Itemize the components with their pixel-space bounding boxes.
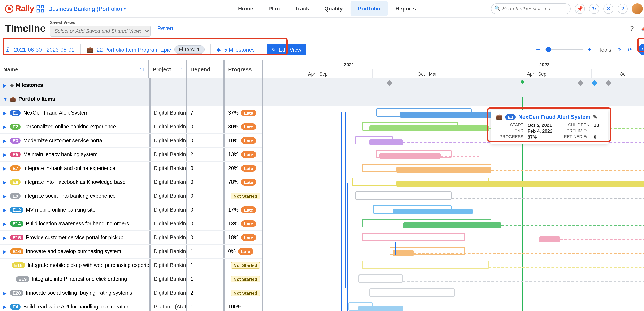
table-row[interactable]: ▶E9Integrate social into banking experie… [0,189,262,203]
nav-track[interactable]: Track [288,1,317,16]
gantt-bar-planned[interactable] [362,261,489,269]
table-row[interactable]: ▶E15Provide customer service portal for … [0,231,262,245]
caret-right-icon[interactable]: ▶ [3,111,8,115]
logo[interactable]: Rally [5,4,34,14]
caret-down-icon[interactable]: ▼ [3,97,8,101]
gantt-bar-actual[interactable] [369,126,489,131]
search-input[interactable] [491,3,571,14]
table-row[interactable]: ▶E7Integrate in-bank and online experien… [0,162,262,175]
tooltip-end-lbl: END [496,128,524,133]
col-progress-header[interactable]: Progress [225,60,261,79]
swap-icon[interactable]: ⇆ [638,44,644,55]
nav-plan[interactable]: Plan [261,1,288,16]
caret-right-icon[interactable]: ▶ [3,138,8,143]
caret-right-icon[interactable]: ▶ [3,166,8,171]
zoom-slider[interactable]: − + [535,46,593,53]
caret-right-icon[interactable]: ▶ [3,291,8,295]
filter-count-badge: Filters: 1 [174,45,204,54]
caret-right-icon[interactable]: ▶ [3,235,8,240]
caret-right-icon[interactable]: ▶ [3,304,8,309]
revert-link[interactable]: Revert [157,25,173,32]
table-row[interactable]: ▶E3Modernize customer service portalDigi… [0,134,262,148]
announce-icon[interactable]: 📣 [642,25,644,32]
apps-grid-icon[interactable] [37,5,44,12]
gantt-bar-actual[interactable] [540,236,560,242]
gantt-bar-actual[interactable] [403,222,502,228]
zoom-tools: − + Tools ✎ ↺ ⇆ [535,44,644,55]
gantt-bar-actual[interactable] [358,305,403,310]
zoom-thumb[interactable] [546,47,551,52]
col-name-header[interactable]: Name↑↓ [0,60,149,79]
item-name: Modernize customer service portal [23,138,103,144]
gantt-bar-actual[interactable] [369,139,403,145]
gantt-bar-actual[interactable] [396,167,492,173]
col-depend-header[interactable]: Depend… [187,60,225,79]
gantt-bar-actual[interactable] [396,181,644,187]
caret-right-icon[interactable]: ▶ [3,83,8,88]
table-row[interactable]: ▶E2Personalized online banking experienc… [0,120,262,134]
table-row[interactable]: ▶E20Innovate social selling, buying, rat… [0,286,262,300]
global-search[interactable]: 🔍 [491,3,571,14]
table-row[interactable]: ▶E8Integrate into Facebook as Knowledge … [0,175,262,189]
item-name: Build location awareness for handling or… [26,221,129,227]
pin-icon[interactable]: 📌 [575,4,585,14]
project-picker[interactable]: Business Banking (Portfolio) ▾ [48,5,126,12]
tooltip-children: 13 [594,123,602,128]
zoom-track[interactable] [545,49,582,50]
band-portfolio[interactable]: ▼💼Portfolio Items [0,92,262,106]
pencil-small-icon[interactable]: ✎ [617,46,622,53]
caret-right-icon[interactable]: ▶ [3,152,8,157]
timeline-pane[interactable]: 2021 2022 Apr - Sep Oct - Mar Apr - Sep … [263,60,644,310]
history-icon[interactable]: ↻ [589,4,599,14]
zoom-out-icon[interactable]: − [535,46,542,53]
table-row[interactable]: E19Integrate into Pinterest one click or… [0,272,262,286]
table-row[interactable]: ▶E5Maintain legacy banking systemDigital… [0,148,262,162]
help-icon[interactable]: ? [618,4,628,14]
tools-label[interactable]: Tools [598,46,611,53]
caret-right-icon[interactable]: ▶ [3,180,8,184]
settings-wrench-icon[interactable]: ✕ [603,4,614,14]
table-row[interactable]: E18Integrate mobile pickup with web purc… [0,258,262,272]
caret-right-icon[interactable]: ▶ [3,194,8,198]
epic-badge: E7 [10,165,21,171]
table-row[interactable]: ▶E14Build location awareness for handlin… [0,217,262,231]
gantt-bar-actual[interactable] [393,209,472,214]
saved-views-select[interactable]: Select or Add Saved and Shared Views [50,26,150,37]
caret-right-icon[interactable]: ▶ [3,249,8,254]
filter-item-type[interactable]: 💼 22 Portfolio Item Program Epic Filters… [81,44,211,55]
epic-badge: E20 [10,290,23,296]
table-row[interactable]: ▶E16Innovate and develop purchasing syst… [0,245,262,258]
year-2021: 2021 [263,60,435,69]
band-milestones[interactable]: ▶◆Milestones [0,79,262,92]
gantt-bar-planned[interactable] [362,233,465,241]
table-row[interactable]: ▶E4Build read-write API for handling loa… [0,300,262,310]
edit-view-button[interactable]: ✎ Edit View [266,44,306,55]
help-circle-icon[interactable]: ? [628,25,636,32]
pencil-icon[interactable]: ✎ [593,114,598,120]
gantt-bar-planned[interactable] [355,191,452,200]
caret-right-icon[interactable]: ▶ [3,221,8,226]
caret-right-icon[interactable]: ▶ [3,208,8,212]
gantt-bar-planned[interactable] [358,274,403,283]
status-late: Late [238,248,253,255]
nav-quality[interactable]: Quality [317,1,350,16]
caret-right-icon[interactable]: ▶ [3,124,8,129]
tooltip-title: NexGen Fraud Alert System [518,114,590,120]
nav-portfolio[interactable]: Portfolio [350,1,388,16]
nav-home[interactable]: Home [230,1,261,16]
nav-reports[interactable]: Reports [388,1,424,16]
filter-milestones[interactable]: ◆ 5 Milestones [211,44,260,55]
table-row[interactable]: ▶E12MV mobile online banking siteDigital… [0,203,262,217]
avatar[interactable] [632,3,643,14]
col-project-header[interactable]: Project↑ [149,60,187,79]
gantt-dash-line [560,239,644,240]
table-row[interactable]: ▶E1NexGen Fraud Alert SystemDigital Bank… [0,106,262,120]
refresh-icon[interactable]: ↺ [628,46,632,53]
gantt-bar-actual[interactable] [380,153,441,159]
zoom-in-icon[interactable]: + [586,46,593,53]
svg-rect-2 [37,10,40,12]
gantt-bar-planned[interactable] [369,288,455,297]
filter-date-range[interactable]: 🗓 2021-06-30 - 2023-05-01 [5,44,81,55]
item-progress: 30% [228,124,238,130]
page-titlebar: Timeline Saved Views Select or Add Saved… [0,18,644,40]
